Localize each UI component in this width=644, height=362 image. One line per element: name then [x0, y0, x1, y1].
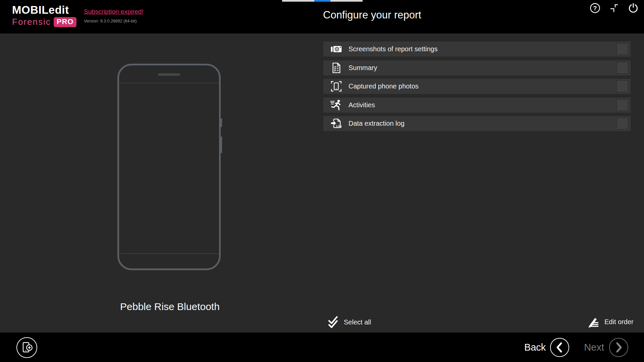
- report-row-label: Activities: [348, 101, 375, 109]
- summary-document-icon: [330, 62, 342, 74]
- page-title: Configure your report: [323, 9, 421, 21]
- report-row-extraction-log[interactable]: Log Data extraction log: [323, 116, 631, 131]
- dock-window-icon: [609, 3, 619, 13]
- edit-order-label: Edit order: [604, 318, 634, 326]
- next-button[interactable]: [609, 338, 628, 357]
- phone-side-button: [221, 118, 222, 127]
- running-person-icon: [330, 99, 342, 111]
- progress-segment: [298, 0, 314, 2]
- device-name: Pebble Rise Bluetooth: [120, 301, 220, 312]
- report-row-checkbox[interactable]: [616, 80, 628, 92]
- report-row-checkbox[interactable]: [616, 62, 628, 74]
- power-icon: [628, 2, 639, 14]
- report-row-checkbox[interactable]: [616, 99, 628, 111]
- progress-segment-active: [314, 0, 330, 2]
- logo-product: Forensic: [12, 17, 51, 27]
- chevron-left-icon: [550, 338, 569, 357]
- phone-side-button: [221, 136, 222, 153]
- help-icon: ?: [589, 2, 601, 14]
- progress-segment: [330, 0, 346, 2]
- report-row-label: Screenshots of report settings: [348, 45, 438, 53]
- progress-segment: [346, 0, 363, 2]
- svg-text:?: ?: [593, 5, 597, 12]
- wizard-nav: Back Next: [524, 333, 628, 362]
- select-all-label: Select all: [344, 318, 371, 326]
- captured-phone-icon: [330, 80, 342, 93]
- phone-illustration: [117, 64, 221, 270]
- svg-text:Log: Log: [336, 124, 342, 128]
- report-row-label: Captured phone photos: [348, 82, 419, 90]
- logo-name: MOBILedit: [12, 4, 76, 16]
- report-item-list: Screenshots of report settings Summary: [323, 42, 631, 135]
- subscription-expired-link[interactable]: Subscription expired!: [84, 8, 143, 15]
- back-button[interactable]: [550, 338, 569, 357]
- select-all-button[interactable]: Select all: [327, 315, 371, 329]
- dock-window-button[interactable]: [607, 1, 621, 15]
- phone-speaker: [158, 73, 180, 76]
- footer-bar: Back Next: [0, 333, 644, 362]
- progress-segment: [282, 0, 298, 2]
- app-window: MOBILedit Forensic PRO Subscription expi…: [0, 0, 644, 362]
- report-row-screenshots[interactable]: Screenshots of report settings: [323, 42, 631, 57]
- pencil-edit-icon: [587, 316, 600, 328]
- next-label: Next: [584, 342, 604, 353]
- phone-screen-bottom-line: [119, 253, 219, 254]
- report-row-summary[interactable]: Summary: [323, 60, 631, 75]
- add-phone-icon: [20, 341, 33, 354]
- phone-screen-top-line: [119, 83, 219, 83]
- app-logo[interactable]: MOBILedit Forensic PRO: [12, 4, 76, 27]
- titlebar-buttons: ?: [588, 1, 640, 15]
- wizard-progress-bar: [282, 0, 363, 2]
- connect-phone-button[interactable]: [16, 337, 37, 358]
- report-row-label: Summary: [348, 64, 377, 72]
- camera-icon: [330, 43, 342, 55]
- report-row-captured-photos[interactable]: Captured phone photos: [323, 79, 631, 94]
- back-label[interactable]: Back: [524, 342, 546, 353]
- report-row-checkbox[interactable]: [616, 43, 628, 55]
- report-row-checkbox[interactable]: [616, 118, 628, 129]
- extraction-log-icon: Log: [330, 117, 342, 130]
- logo-pro-badge: PRO: [54, 17, 77, 27]
- edit-order-button[interactable]: Edit order: [587, 316, 634, 328]
- chevron-right-icon: [609, 338, 628, 357]
- version-text: Version: 9.3.0.26892 (64-bit): [84, 19, 137, 23]
- power-button[interactable]: [627, 1, 640, 15]
- report-row-activities[interactable]: Activities: [323, 98, 631, 113]
- report-row-label: Data extraction log: [348, 120, 405, 127]
- header-bar: MOBILedit Forensic PRO Subscription expi…: [0, 0, 644, 34]
- double-check-icon: [327, 315, 339, 329]
- help-button[interactable]: ?: [588, 1, 602, 15]
